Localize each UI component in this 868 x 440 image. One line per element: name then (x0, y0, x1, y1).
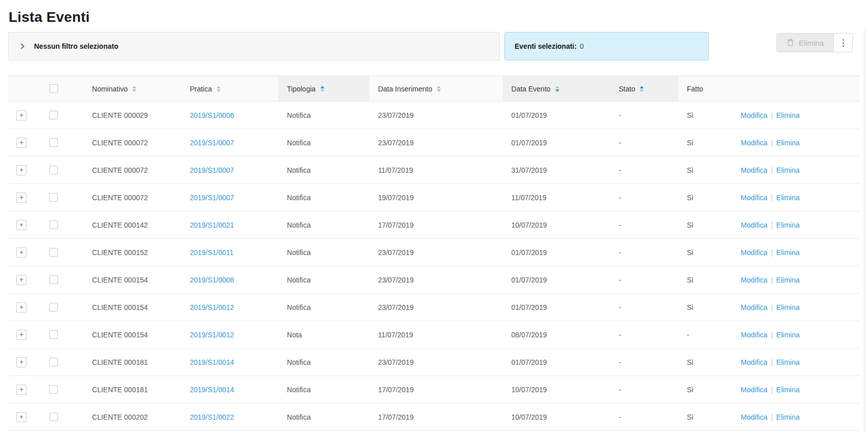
expand-row-button[interactable]: + (16, 220, 26, 230)
column-header-stato[interactable]: Stato (610, 76, 678, 102)
sort-icon-tipologia[interactable] (320, 86, 324, 92)
expand-row-button[interactable]: + (16, 302, 26, 312)
pratica-link[interactable]: 2019/S1/0006 (190, 111, 234, 119)
row-checkbox[interactable] (49, 413, 58, 421)
row-checkbox[interactable] (49, 330, 58, 339)
row-checkbox[interactable] (49, 166, 58, 174)
action-separator: | (771, 413, 773, 421)
row-checkbox[interactable] (49, 138, 58, 147)
column-header-data_inserimento[interactable]: Data Inserimento (369, 76, 502, 102)
elimina-link[interactable]: Elimina (776, 221, 800, 229)
modifica-link[interactable]: Modifica (741, 111, 767, 119)
column-header-actions (732, 76, 859, 102)
elimina-link[interactable]: Elimina (776, 303, 800, 311)
sort-icon-data_evento[interactable] (555, 86, 559, 92)
elimina-link[interactable]: Elimina (776, 166, 800, 174)
column-header-data_evento[interactable]: Data Evento (503, 76, 610, 102)
table-row: +CLIENTE 0001522019/S1/0011Notifica23/07… (8, 239, 859, 266)
select-all-checkbox[interactable] (49, 84, 58, 93)
row-checkbox[interactable] (49, 385, 58, 394)
events-table: NominativoPraticaTipologiaData Inserimen… (8, 76, 859, 431)
action-separator: | (771, 358, 773, 366)
row-checkbox[interactable] (49, 193, 58, 202)
elimina-link[interactable]: Elimina (776, 413, 800, 421)
elimina-link[interactable]: Elimina (776, 358, 800, 366)
more-actions-button[interactable] (833, 33, 853, 52)
bulk-delete-button[interactable]: Elimina (776, 33, 834, 52)
expand-row-button[interactable]: + (16, 110, 26, 120)
chevron-right-icon (18, 42, 26, 50)
modifica-link[interactable]: Modifica (741, 331, 767, 339)
modifica-link[interactable]: Modifica (741, 386, 767, 394)
cell-tipologia: Notifica (287, 139, 311, 147)
cell-nominativo: CLIENTE 000181 (92, 358, 148, 366)
modifica-link[interactable]: Modifica (741, 358, 767, 366)
pratica-link[interactable]: 2019/S1/0012 (190, 303, 234, 311)
expand-row-button[interactable]: + (16, 385, 26, 395)
pratica-link[interactable]: 2019/S1/0008 (190, 276, 234, 284)
sort-icon-nominativo[interactable] (132, 86, 136, 92)
modifica-link[interactable]: Modifica (741, 194, 767, 202)
column-header-pratica[interactable]: Pratica (181, 76, 278, 102)
action-separator: | (771, 194, 773, 202)
pratica-link[interactable]: 2019/S1/0011 (190, 248, 233, 257)
sort-icon-pratica[interactable] (217, 86, 221, 92)
elimina-link[interactable]: Elimina (776, 276, 800, 284)
pratica-link[interactable]: 2019/S1/0014 (190, 358, 234, 366)
pratica-link[interactable]: 2019/S1/0007 (190, 194, 234, 202)
cell-tipologia: Notifica (287, 303, 311, 311)
expand-row-button[interactable]: + (16, 138, 26, 148)
pratica-link[interactable]: 2019/S1/0021 (190, 221, 234, 229)
row-checkbox[interactable] (49, 248, 58, 257)
cell-tipologia: Notifica (287, 248, 311, 257)
elimina-link[interactable]: Elimina (776, 386, 800, 394)
filter-panel-toggle[interactable]: Nessun filtro selezionato (8, 32, 500, 60)
pratica-link[interactable]: 2019/S1/0014 (190, 386, 234, 394)
cell-fatto: Sì (687, 386, 694, 394)
cell-stato: - (619, 248, 621, 257)
sort-icon-stato[interactable] (640, 86, 644, 92)
modifica-link[interactable]: Modifica (741, 276, 767, 284)
cell-stato: - (619, 331, 621, 339)
expand-row-button[interactable]: + (16, 357, 26, 367)
pratica-link[interactable]: 2019/S1/0007 (190, 166, 234, 174)
elimina-link[interactable]: Elimina (776, 194, 800, 202)
elimina-link[interactable]: Elimina (776, 248, 800, 257)
cell-stato: - (619, 413, 621, 421)
sort-icon-data_inserimento[interactable] (437, 86, 441, 92)
expand-row-button[interactable]: + (16, 412, 26, 422)
modifica-link[interactable]: Modifica (741, 248, 767, 257)
cell-stato: - (619, 111, 621, 119)
expand-row-button[interactable]: + (16, 193, 26, 203)
table-row: +CLIENTE 0000722019/S1/0007Notifica19/07… (8, 184, 859, 211)
cell-fatto: Sì (687, 221, 694, 229)
modifica-link[interactable]: Modifica (741, 166, 767, 174)
row-checkbox[interactable] (49, 358, 58, 366)
modifica-link[interactable]: Modifica (741, 221, 767, 229)
cell-nominativo: CLIENTE 000202 (92, 413, 148, 421)
pratica-link[interactable]: 2019/S1/0022 (190, 413, 234, 421)
row-checkbox[interactable] (49, 303, 58, 311)
expand-row-button[interactable]: + (16, 330, 26, 340)
modifica-link[interactable]: Modifica (741, 413, 767, 421)
row-checkbox[interactable] (49, 275, 58, 284)
row-checkbox[interactable] (49, 111, 58, 119)
expand-row-button[interactable]: + (16, 275, 26, 285)
elimina-link[interactable]: Elimina (776, 331, 800, 339)
column-header-tipologia[interactable]: Tipologia (278, 76, 369, 102)
row-checkbox[interactable] (49, 221, 58, 229)
action-separator: | (771, 331, 773, 339)
pratica-link[interactable]: 2019/S1/0012 (190, 331, 234, 339)
pratica-link[interactable]: 2019/S1/0007 (190, 139, 234, 147)
modifica-link[interactable]: Modifica (741, 139, 767, 147)
cell-data-evento: 10/07/2019 (512, 413, 547, 421)
cell-stato: - (619, 276, 621, 284)
cell-nominativo: CLIENTE 000072 (92, 166, 148, 174)
expand-row-button[interactable]: + (16, 165, 26, 175)
cell-data-inserimento: 17/07/2019 (378, 386, 413, 394)
elimina-link[interactable]: Elimina (776, 111, 800, 119)
column-header-nominativo[interactable]: Nominativo (83, 76, 181, 102)
elimina-link[interactable]: Elimina (776, 139, 800, 147)
expand-row-button[interactable]: + (16, 247, 26, 258)
modifica-link[interactable]: Modifica (741, 303, 767, 311)
